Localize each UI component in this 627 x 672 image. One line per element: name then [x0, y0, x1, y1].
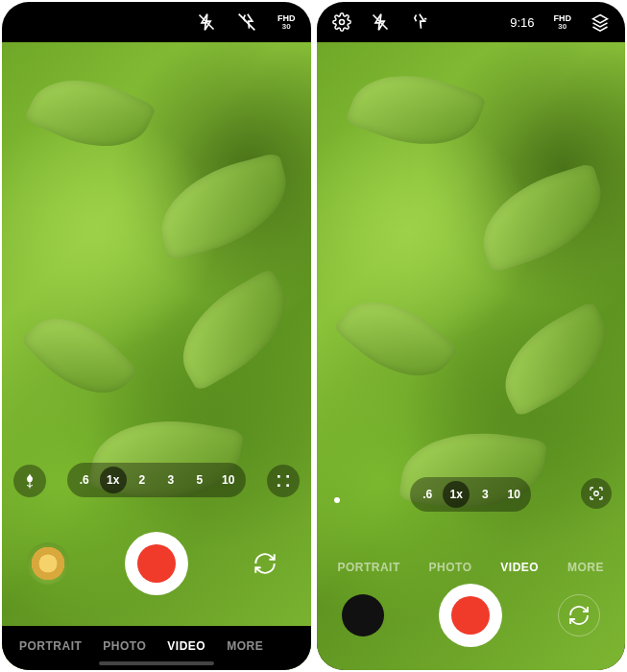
- zoom-option-4[interactable]: 5: [186, 467, 213, 493]
- flash-off-icon[interactable]: [371, 12, 390, 32]
- mode-more[interactable]: MORE: [227, 639, 263, 653]
- zoom-option-2[interactable]: 2: [129, 467, 156, 493]
- flip-camera-button[interactable]: [244, 542, 286, 585]
- mode-video[interactable]: VIDEO: [167, 639, 205, 653]
- viewfinder[interactable]: .6 1x 3 10 PORTRAIT PHOTO VIDEO MORE: [317, 42, 626, 670]
- phone-right: 9:16 FHD 30 .6 1x 3 10 PORTRAIT P: [317, 2, 626, 670]
- svg-rect-2: [277, 475, 280, 478]
- zoom-option-1[interactable]: 1x: [443, 481, 470, 508]
- topbar: 9:16 FHD 30: [317, 2, 626, 42]
- motion-photo-off-icon[interactable]: [237, 12, 256, 32]
- indicator-dot: [334, 497, 340, 503]
- resolution-text: FHD: [554, 13, 572, 23]
- mode-portrait[interactable]: PORTRAIT: [337, 561, 399, 574]
- gallery-thumbnail[interactable]: [342, 594, 384, 636]
- mode-photo[interactable]: PHOTO: [103, 639, 146, 653]
- svg-point-6: [339, 20, 344, 25]
- viewfinder[interactable]: .6 1x 2 3 5 10 PORTRAIT PHOTO VIDEO MORE: [2, 42, 311, 670]
- timer-label[interactable]: 9:16: [510, 15, 534, 30]
- macro-mode-button[interactable]: [13, 465, 46, 497]
- mode-photo[interactable]: PHOTO: [429, 561, 472, 574]
- fps-text: 30: [277, 23, 296, 31]
- resolution-badge[interactable]: FHD 30: [277, 14, 296, 31]
- home-indicator[interactable]: [99, 661, 214, 665]
- zoom-option-2[interactable]: 3: [471, 481, 498, 508]
- record-button[interactable]: [125, 532, 188, 595]
- fps-text: 30: [554, 23, 572, 31]
- svg-rect-4: [277, 484, 280, 487]
- zoom-row: .6 1x 3 10: [410, 477, 531, 512]
- mode-portrait[interactable]: PORTRAIT: [19, 639, 82, 653]
- flip-camera-button[interactable]: [558, 594, 600, 636]
- aspect-ratio-button[interactable]: [267, 465, 300, 497]
- resolution-badge[interactable]: FHD 30: [554, 14, 572, 31]
- zoom-option-3[interactable]: 3: [157, 467, 184, 493]
- control-row: [2, 532, 311, 595]
- zoom-row: .6 1x 2 3 5 10: [67, 463, 246, 497]
- control-row: [317, 584, 626, 647]
- zoom-option-0[interactable]: .6: [414, 481, 441, 508]
- svg-point-8: [594, 492, 599, 496]
- zoom-option-3[interactable]: 10: [500, 481, 527, 508]
- flash-off-icon[interactable]: [197, 12, 216, 32]
- resolution-text: FHD: [277, 13, 296, 23]
- mode-more[interactable]: MORE: [567, 561, 604, 574]
- svg-rect-3: [286, 475, 289, 478]
- mode-bar: PORTRAIT PHOTO VIDEO MORE: [317, 561, 626, 574]
- focus-enhancer-button[interactable]: [581, 478, 612, 509]
- zoom-option-0[interactable]: .6: [71, 467, 98, 493]
- filters-icon[interactable]: [591, 12, 610, 32]
- record-button[interactable]: [439, 584, 502, 647]
- zoom-option-1[interactable]: 1x: [100, 467, 127, 493]
- mode-video[interactable]: VIDEO: [500, 561, 539, 574]
- motion-capture-icon[interactable]: [409, 12, 428, 32]
- topbar: FHD 30: [2, 2, 311, 42]
- settings-icon[interactable]: [332, 12, 351, 32]
- gallery-thumbnail[interactable]: [27, 542, 69, 585]
- zoom-option-5[interactable]: 10: [215, 467, 242, 493]
- phone-left: FHD 30 .6 1x 2 3 5 10: [2, 2, 311, 670]
- svg-rect-5: [286, 484, 289, 487]
